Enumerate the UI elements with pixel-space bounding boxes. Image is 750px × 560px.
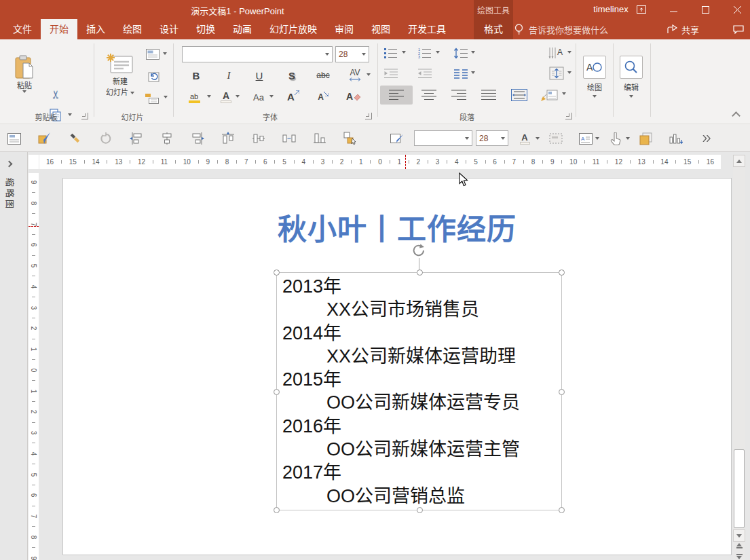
qat-font-name-combo[interactable] <box>414 130 472 146</box>
slide-section-button[interactable] <box>144 91 162 105</box>
vertical-ruler[interactable]: 9876543210123456789 <box>29 173 39 560</box>
shrink-font-button[interactable]: A <box>315 90 331 105</box>
qat-format-painter-button[interactable] <box>67 130 84 147</box>
font-size-combo[interactable]: 28 <box>335 46 369 62</box>
align-center-button[interactable] <box>415 86 443 105</box>
grow-font-button[interactable]: A <box>285 88 301 105</box>
slide-canvas[interactable]: 秋小叶丨工作经历 2013年XX公司市场销售员2014年XX公司新媒体运营助理2… <box>62 178 732 555</box>
thumbnails-pane-label[interactable]: 缩略图 <box>4 178 17 210</box>
slide-master-layout-button[interactable] <box>5 130 23 147</box>
more-commands-button[interactable] <box>698 130 715 147</box>
close-button[interactable] <box>726 0 749 19</box>
timeline-year[interactable]: 2016年 <box>277 415 561 438</box>
timeline-role[interactable]: OO公司营销总监 <box>277 485 561 508</box>
slide-layout-button[interactable] <box>144 48 162 61</box>
reset-slide-button[interactable] <box>144 69 162 83</box>
align-objects-top-button[interactable] <box>219 130 237 147</box>
resize-handle-bottom-right[interactable] <box>559 507 565 513</box>
timeline-role[interactable]: XX公司新媒体运营助理 <box>277 345 561 368</box>
change-case-button[interactable]: Aa <box>250 90 267 105</box>
distribute-text-button[interactable] <box>505 86 533 105</box>
editing-group-button[interactable]: 编辑 <box>618 46 645 107</box>
character-spacing-caret[interactable] <box>367 73 371 76</box>
next-slide-button[interactable] <box>733 550 745 560</box>
drawing-group-button[interactable]: A 绘图 <box>581 46 608 107</box>
font-color-button[interactable]: A <box>219 88 233 106</box>
tab-切换[interactable]: 切换 <box>187 19 224 39</box>
highlight-caret[interactable] <box>207 95 211 98</box>
timeline-role[interactable]: OO公司新媒体运营专员 <box>277 391 561 414</box>
qat-text-box-button[interactable]: A <box>577 130 595 147</box>
scroll-up-button[interactable] <box>733 155 745 167</box>
tab-绘图[interactable]: 绘图 <box>114 19 151 39</box>
align-objects-left-button[interactable] <box>128 130 145 147</box>
bold-button[interactable]: B <box>189 68 204 83</box>
maximize-button[interactable] <box>694 0 717 19</box>
tab-格式[interactable]: 格式 <box>474 19 513 39</box>
qat-font-size-combo[interactable]: 28 <box>476 130 508 146</box>
timeline-text[interactable]: 2013年XX公司市场销售员2014年XX公司新媒体运营助理2015年OO公司新… <box>277 273 561 508</box>
font-name-combo[interactable] <box>182 46 333 62</box>
align-objects-bottom-button[interactable] <box>311 130 329 147</box>
timeline-year[interactable]: 2014年 <box>277 322 561 345</box>
new-slide-button[interactable]: 新建 幻灯片 <box>100 45 140 106</box>
align-objects-right-button[interactable] <box>189 130 206 147</box>
share-button[interactable]: 共享 <box>667 19 699 39</box>
slide-section-caret[interactable] <box>164 96 168 98</box>
select-objects-button[interactable] <box>341 130 359 147</box>
font-color-caret[interactable] <box>236 95 240 98</box>
italic-button[interactable]: I <box>221 68 236 83</box>
vertical-scrollbar[interactable] <box>733 155 745 560</box>
bullets-button[interactable] <box>383 46 399 60</box>
timeline-role[interactable]: OO公司新媒体运营主管 <box>277 438 561 461</box>
tab-幻灯片放映[interactable]: 幻灯片放映 <box>261 19 326 39</box>
paragraph-dialog-launcher[interactable] <box>565 113 572 119</box>
timeline-text-box[interactable]: 2013年XX公司市场销售员2014年XX公司新媒体运营助理2015年OO公司新… <box>276 272 562 510</box>
minimize-button[interactable] <box>662 0 685 19</box>
timeline-year[interactable]: 2017年 <box>277 461 561 484</box>
tab-审阅[interactable]: 审阅 <box>326 19 362 39</box>
underline-button[interactable]: U <box>252 68 267 83</box>
align-objects-center-button[interactable] <box>158 130 176 147</box>
paste-button[interactable]: 粘贴 <box>8 45 41 103</box>
tab-开始[interactable]: 开始 <box>41 19 77 39</box>
increase-indent-button[interactable] <box>417 67 433 80</box>
timeline-role[interactable]: XX公司市场销售员 <box>277 298 561 321</box>
justify-button[interactable] <box>475 86 502 105</box>
highlight-color-button[interactable]: ab <box>185 90 204 106</box>
distribute-horizontal-button[interactable] <box>280 130 298 147</box>
character-spacing-button[interactable]: AV <box>345 67 365 83</box>
tab-动画[interactable]: 动画 <box>224 19 261 39</box>
insert-chart-button[interactable] <box>667 130 685 147</box>
collapse-ribbon-button[interactable] <box>732 111 740 120</box>
columns-caret[interactable] <box>471 71 475 74</box>
resize-handle-bottom-left[interactable] <box>274 507 280 513</box>
align-left-button[interactable] <box>380 86 413 105</box>
align-objects-middle-button[interactable] <box>250 130 267 147</box>
action-hand-caret[interactable] <box>626 137 630 140</box>
resize-handle-top-left[interactable] <box>274 269 280 276</box>
tab-文件[interactable]: 文件 <box>4 19 41 39</box>
tab-开发工具[interactable]: 开发工具 <box>399 19 455 39</box>
tab-视图[interactable]: 视图 <box>362 19 399 39</box>
expand-thumbnails-chevron-icon[interactable] <box>6 161 13 168</box>
text-direction-caret[interactable] <box>567 51 571 54</box>
tell-me-box[interactable]: 告诉我你想要做什么 <box>514 19 608 39</box>
shape-style-button[interactable] <box>36 130 54 147</box>
resize-handle-top-middle[interactable] <box>417 269 423 276</box>
text-direction-button[interactable]: A <box>547 45 566 61</box>
qat-font-color-button[interactable]: A <box>517 130 532 147</box>
cut-button[interactable]: ✂ <box>48 87 64 102</box>
tab-设计[interactable]: 设计 <box>151 19 187 39</box>
text-shadow-button[interactable]: S <box>284 68 299 83</box>
redo-button[interactable] <box>97 130 115 147</box>
numbering-caret[interactable] <box>436 51 440 54</box>
duplicate-object-button[interactable] <box>637 130 654 147</box>
clear-formatting-button[interactable]: A <box>345 88 362 105</box>
line-spacing-caret[interactable] <box>471 51 475 54</box>
line-spacing-button[interactable] <box>452 46 470 60</box>
tab-插入[interactable]: 插入 <box>77 19 114 39</box>
action-hand-button[interactable] <box>607 130 624 147</box>
edit-shape-button[interactable] <box>388 130 406 147</box>
slide-title[interactable]: 秋小叶丨工作经历 <box>63 206 731 248</box>
